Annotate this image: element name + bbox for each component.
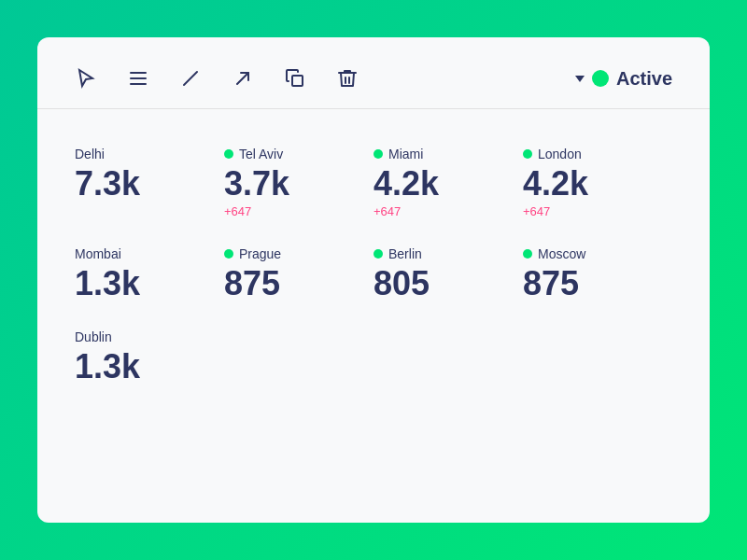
city-dot-icon xyxy=(224,249,233,259)
city-delta: +647 xyxy=(374,204,523,218)
city-dot-icon xyxy=(224,149,233,159)
active-status[interactable]: Active xyxy=(575,68,672,90)
city-value: 7.3k xyxy=(75,165,224,203)
dropdown-arrow-icon xyxy=(575,76,585,82)
city-name: Prague xyxy=(239,246,281,261)
city-value: 875 xyxy=(224,265,374,302)
active-dot-icon xyxy=(592,70,609,87)
city-item: Mombai1.3k xyxy=(75,237,224,321)
cities-grid: Delhi7.3kTel Aviv3.7k+647Miami4.2k+647Lo… xyxy=(37,109,710,432)
city-dot-icon xyxy=(523,149,532,159)
city-item: Berlin805 xyxy=(374,237,523,321)
city-name: Delhi xyxy=(75,147,105,161)
city-item: London4.2k+647 xyxy=(523,137,672,237)
city-name: London xyxy=(538,147,582,161)
trash-icon[interactable] xyxy=(336,67,359,90)
city-value: 4.2k xyxy=(374,165,523,203)
city-name: Moscow xyxy=(538,246,585,261)
svg-rect-5 xyxy=(292,76,303,86)
city-dot-icon xyxy=(374,149,383,159)
cursor-icon[interactable] xyxy=(75,67,97,90)
city-value: 1.3k xyxy=(75,348,224,385)
city-item: Delhi7.3k xyxy=(75,137,224,237)
city-item: Tel Aviv3.7k+647 xyxy=(224,137,374,237)
city-name: Miami xyxy=(388,147,423,161)
svg-line-3 xyxy=(184,72,197,85)
arrow-icon[interactable] xyxy=(232,67,254,90)
city-value: 1.3k xyxy=(75,265,224,302)
city-name: Mombai xyxy=(75,246,121,261)
list-icon[interactable] xyxy=(127,67,149,90)
svg-line-4 xyxy=(237,73,248,84)
city-value: 3.7k xyxy=(224,165,374,203)
active-label: Active xyxy=(616,68,672,90)
main-card: Active Delhi7.3kTel Aviv3.7k+647Miami4.2… xyxy=(37,37,710,523)
pen-icon[interactable] xyxy=(179,67,202,90)
toolbar: Active xyxy=(37,37,710,109)
city-item: Dublin1.3k xyxy=(75,320,224,404)
city-delta: +647 xyxy=(224,204,374,218)
city-value: 4.2k xyxy=(523,165,672,203)
city-name: Dublin xyxy=(75,329,112,344)
city-name: Berlin xyxy=(388,246,422,261)
city-item: Miami4.2k+647 xyxy=(374,137,523,237)
city-delta: +647 xyxy=(523,204,672,218)
city-name: Tel Aviv xyxy=(239,147,283,161)
city-value: 875 xyxy=(523,265,672,302)
city-value: 805 xyxy=(374,265,523,302)
city-item: Prague875 xyxy=(224,237,374,321)
city-dot-icon xyxy=(523,249,532,259)
city-item: Moscow875 xyxy=(523,237,672,321)
copy-icon[interactable] xyxy=(284,67,306,90)
city-dot-icon xyxy=(374,249,383,259)
